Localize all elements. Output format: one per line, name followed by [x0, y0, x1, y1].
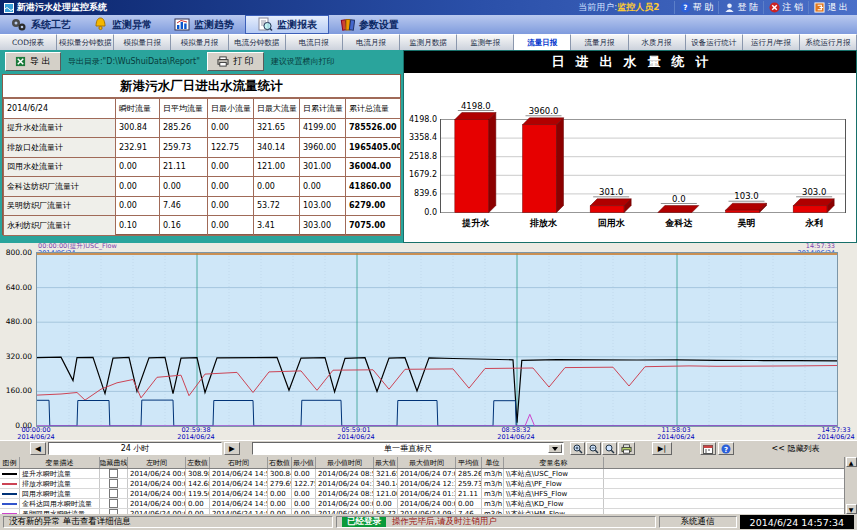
tab-模拟量月报[interactable]: 模拟量月报	[171, 34, 228, 50]
tab-系统运行月报[interactable]: 系统运行月报	[800, 34, 857, 50]
hide-curve-checkbox[interactable]	[109, 469, 118, 478]
tab-监测年报[interactable]: 监测年报	[457, 34, 514, 50]
titlebar-button-logout[interactable]: 注 销	[763, 1, 808, 14]
combo-dropdown-arrow-icon[interactable]	[548, 444, 562, 453]
calendar-button[interactable]	[700, 442, 716, 455]
settings-icon	[340, 17, 355, 32]
trend-table-column-header: 变量名称	[504, 457, 604, 468]
menu-item-监测报表[interactable]: 监测报表	[245, 15, 329, 34]
trend-table-column-header: 最大值时间	[398, 457, 456, 468]
svg-text:3960.0: 3960.0	[529, 106, 559, 116]
export-button[interactable]: 导 出	[5, 52, 61, 71]
trend-controls-bar: ◀ 24 小时 ▶ 单一垂直标尺 ▶| ? << 隐藏列表	[0, 440, 857, 458]
tab-流量日报[interactable]: 流量日报	[514, 34, 571, 50]
trend-plot-area[interactable]	[36, 252, 838, 427]
svg-text:金科达: 金科达	[664, 218, 693, 228]
trend-table-row[interactable]: 回用水瞬时流量2014/06/24 00:00:00119.502014/06/…	[0, 489, 857, 499]
flow-cell: 0.10	[116, 216, 160, 236]
hide-list-button[interactable]: << 隐藏列表	[748, 443, 843, 454]
trend-table-row[interactable]: 金科达回用水瞬时流量2014/06/24 00:00:000.002014/06…	[0, 499, 857, 509]
flow-cell: 1965405.00	[346, 138, 401, 158]
bar-ytick-label: 1679.2	[404, 170, 437, 179]
help-icon: ?	[680, 2, 691, 13]
flow-row-name: 排放口处流量计	[4, 138, 116, 158]
zoom-reset-button[interactable]	[602, 442, 617, 455]
variable-description: 提升水瞬时流量	[20, 469, 100, 478]
zoom-out-button[interactable]	[586, 442, 601, 455]
svg-text:?: ?	[683, 3, 687, 12]
titlebar-button-help[interactable]: ?帮 助	[674, 1, 719, 14]
current-user-label: 当前用户:	[578, 1, 617, 14]
menu-item-监测异常[interactable]: 监测异常	[82, 15, 163, 34]
flow-table-row: 吴明纺织厂流量计0.007.460.0053.72103.006279.00	[4, 196, 401, 216]
flow-table-row: 提升水处流量计300.84285.260.00321.654199.007855…	[4, 118, 401, 138]
hide-curve-checkbox[interactable]	[109, 499, 118, 508]
hide-curve-checkbox[interactable]	[109, 479, 118, 488]
trend-table-column-header: 左数值	[186, 457, 210, 468]
flow-cell: 0.00	[300, 177, 346, 197]
scroll-up-icon[interactable]: ▲	[846, 457, 857, 467]
tab-电流月报[interactable]: 电流月报	[343, 34, 400, 50]
trend-table-scrollbar[interactable]: ▲ ▼	[844, 457, 857, 514]
print-button[interactable]: 打 印	[207, 52, 264, 71]
menu-item-参数设置[interactable]: 参数设置	[329, 15, 410, 34]
export-button-label: 导 出	[30, 55, 51, 68]
alarm-status-text[interactable]: 没有新的异常 单击查看详细信息	[3, 516, 333, 528]
flow-cell: 0.00	[116, 196, 160, 216]
titlebar-button-exit[interactable]: 退 出	[808, 1, 853, 14]
tab-电流日报[interactable]: 电流日报	[286, 34, 343, 50]
zoom-in-button[interactable]	[570, 442, 585, 455]
flow-row-name: 吴明纺织厂流量计	[4, 196, 116, 216]
titlebar-button-user[interactable]: 登 陆	[718, 1, 763, 14]
legend-cell	[0, 499, 20, 508]
svg-text:提升水: 提升水	[461, 218, 490, 228]
menu-item-label: 参数设置	[359, 18, 399, 32]
flow-cell: 0.00	[208, 196, 254, 216]
trend-table-cell: 2014/06/24 14:57:33	[210, 479, 268, 488]
trend-table-cell: 0.00	[292, 489, 316, 498]
help-tool-button[interactable]: ?	[718, 442, 734, 455]
trend-table-column-header: 最小值	[292, 457, 316, 468]
tab-电流分钟数据[interactable]: 电流分钟数据	[229, 34, 286, 50]
vertical-scale-combo-value: 单一垂直标尺	[384, 443, 432, 454]
trend-print-button[interactable]	[618, 442, 635, 455]
trend-table-cell: 119.50	[186, 489, 210, 498]
tab-设备运行统计[interactable]: 设备运行统计	[686, 34, 743, 50]
menu-item-监测趋势[interactable]: 监测趋势	[163, 15, 245, 34]
trend-table-column-header: 平均值	[456, 457, 482, 468]
trend-table-cell: 2014/06/24 01:32:00	[398, 489, 456, 498]
titlebar-button-label: 退 出	[827, 1, 848, 14]
menu-item-系统工艺[interactable]: 系统工艺	[0, 15, 82, 34]
tab-模拟量分钟数据[interactable]: 模拟量分钟数据	[57, 34, 114, 50]
trend-table-row-filler	[604, 479, 857, 488]
trend-table-cell: 2014/06/24 00:00:00	[128, 469, 186, 478]
trend-table-cell: 2014/06/24 07:05:00	[398, 469, 456, 478]
tab-模拟量日报[interactable]: 模拟量日报	[114, 34, 171, 50]
svg-text:吴明: 吴明	[737, 218, 756, 228]
trend-step-forward-button[interactable]: ▶|	[652, 442, 672, 455]
menu-item-label: 系统工艺	[31, 18, 71, 32]
vertical-scale-combo[interactable]: 单一垂直标尺	[252, 442, 564, 455]
tab-运行月/年报[interactable]: 运行月/年报	[743, 34, 800, 50]
scroll-down-icon[interactable]: ▼	[846, 504, 857, 514]
tab-水质月报[interactable]: 水质月报	[629, 34, 686, 50]
trend-table-header: 图例变量描述隐藏曲线左时间左数值右时间右数值最小值最小值时间最大值最大值时间平均…	[0, 457, 857, 469]
flow-table-row: 回用水处流量计0.0021.110.00121.00301.0036004.00	[4, 157, 401, 177]
trend-next-button[interactable]: ▶	[224, 442, 240, 455]
trend-table-cell: m3/h	[482, 479, 504, 488]
login-status-message: 操作完毕后,请及时注销用户	[392, 516, 497, 528]
trend-table-cell: 308.98	[186, 469, 210, 478]
tab-流量月报[interactable]: 流量月报	[571, 34, 628, 50]
trend-table-row[interactable]: 排放水瞬时流量2014/06/24 00:00:00142.682014/06/…	[0, 479, 857, 489]
bar-chart-panel: 日进出水量统计 4198.0提升水3960.0排放水301.0回用水0.0金科达…	[403, 50, 857, 243]
trend-prev-button[interactable]: ◀	[30, 442, 46, 455]
trend-table-row[interactable]: 提升水瞬时流量2014/06/24 00:00:00308.982014/06/…	[0, 469, 857, 479]
tab-监测月数据[interactable]: 监测月数据	[400, 34, 457, 50]
flow-table-row: 永利纺织厂流量计0.100.160.003.41303.007075.00	[4, 216, 401, 236]
hide-curve-checkbox[interactable]	[109, 489, 118, 498]
tab-COD报表[interactable]: COD报表	[0, 34, 57, 50]
trend-range-box[interactable]: 24 小时	[48, 442, 222, 455]
trend-table-cell: 122.75	[292, 479, 316, 488]
bar-chart: 4198.0提升水3960.0排放水301.0回用水0.0金科达103.0吴明3…	[440, 73, 850, 231]
trend-table-cell: 2014/06/24 08:57:15	[316, 489, 374, 498]
